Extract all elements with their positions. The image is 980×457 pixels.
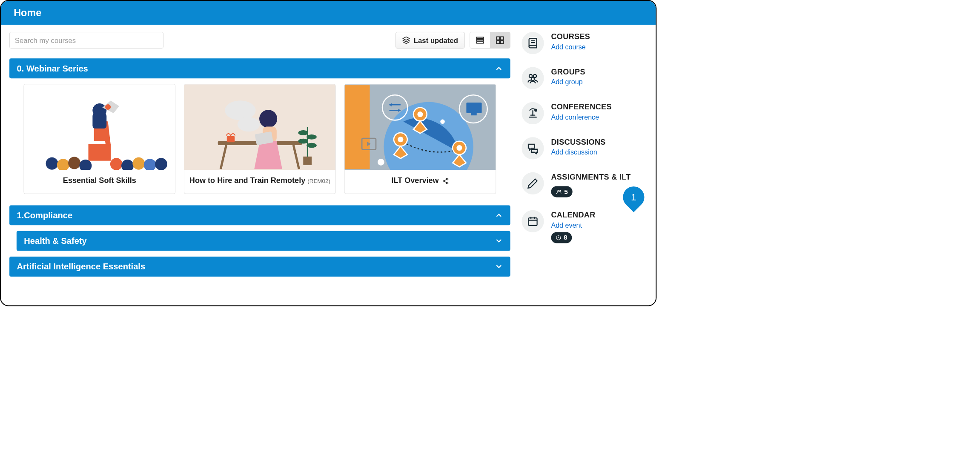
category-bar-ai-essentials[interactable]: Artificial Intelligence Essentials xyxy=(9,257,510,277)
view-toggle xyxy=(470,32,510,49)
svg-line-57 xyxy=(444,181,447,183)
svg-point-60 xyxy=(529,74,532,77)
chevron-up-icon xyxy=(495,64,503,72)
add-discussion-link[interactable]: Add discussion xyxy=(551,148,605,156)
svg-point-51 xyxy=(378,159,384,166)
chevron-down-icon xyxy=(495,237,503,245)
svg-point-21 xyxy=(225,100,255,120)
svg-line-24 xyxy=(221,145,226,169)
add-course-link[interactable]: Add course xyxy=(551,43,590,51)
layers-icon xyxy=(402,36,410,44)
body-area: Last updated 0. W xyxy=(1,25,656,291)
svg-line-25 xyxy=(293,145,299,169)
svg-point-67 xyxy=(557,190,559,191)
course-card-ilt-overview[interactable]: ILT Overview xyxy=(344,84,496,194)
svg-rect-5 xyxy=(500,37,503,40)
svg-point-62 xyxy=(531,77,534,80)
add-conference-link[interactable]: Add conference xyxy=(551,113,611,121)
category-bar-health-safety[interactable]: Health & Safety xyxy=(17,231,510,251)
svg-point-19 xyxy=(144,159,156,170)
sidebar-item-groups: GROUPS Add group xyxy=(522,67,647,89)
svg-point-14 xyxy=(68,157,80,169)
page-title: Home xyxy=(14,7,41,18)
sidebar-column: COURSES Add course GROUPS Add group xyxy=(522,32,647,282)
sidebar-title: COURSES xyxy=(551,32,590,41)
svg-rect-7 xyxy=(500,40,503,43)
svg-rect-69 xyxy=(529,218,537,226)
category-bar-compliance[interactable]: 1.Compliance xyxy=(9,205,510,225)
svg-point-18 xyxy=(132,157,145,170)
svg-point-52 xyxy=(440,119,445,124)
svg-point-31 xyxy=(298,130,308,135)
category-title: 0. Webinar Series xyxy=(17,63,88,73)
svg-rect-4 xyxy=(496,37,499,40)
sidebar-item-assignments-ilt: ASSIGNMENTS & ILT 5 1 xyxy=(522,172,647,197)
svg-point-55 xyxy=(446,182,448,184)
svg-point-49 xyxy=(398,137,403,142)
svg-point-33 xyxy=(298,139,308,144)
svg-rect-3 xyxy=(477,42,484,43)
svg-point-32 xyxy=(307,134,317,140)
add-event-link[interactable]: Add event xyxy=(551,221,595,229)
sidebar-item-conferences: CONFERENCES Add conference xyxy=(522,102,647,124)
svg-rect-10 xyxy=(92,113,106,129)
category-title: Artificial Intelligence Essentials xyxy=(17,262,146,271)
svg-rect-45 xyxy=(471,113,477,115)
sort-label: Last updated xyxy=(414,36,458,44)
share-icon xyxy=(442,177,449,184)
svg-rect-6 xyxy=(496,40,499,43)
svg-rect-35 xyxy=(303,157,312,165)
svg-point-63 xyxy=(535,109,537,111)
svg-point-38 xyxy=(382,95,407,120)
svg-point-61 xyxy=(533,74,536,77)
sidebar-item-calendar: CALENDAR Add event 8 xyxy=(522,210,647,243)
svg-rect-1 xyxy=(477,37,484,39)
sidebar-item-courses: COURSES Add course xyxy=(522,32,647,54)
chevron-down-icon xyxy=(495,263,503,271)
chevron-up-icon xyxy=(495,211,503,219)
svg-rect-29 xyxy=(227,136,235,142)
sort-button[interactable]: Last updated xyxy=(396,32,465,49)
sidebar-title: CONFERENCES xyxy=(551,103,611,111)
svg-point-34 xyxy=(307,143,317,148)
toolbar-row: Last updated xyxy=(9,32,510,49)
svg-point-26 xyxy=(259,110,277,128)
svg-point-15 xyxy=(79,160,92,170)
sidebar-item-discussions: DISCUSSIONS Add discussion xyxy=(522,137,647,159)
course-card-hire-train-remotely[interactable]: How to Hire and Train Remotely (REM02) xyxy=(184,84,335,194)
svg-marker-42 xyxy=(398,109,401,112)
book-icon xyxy=(522,32,544,54)
svg-point-11 xyxy=(105,104,111,110)
svg-point-68 xyxy=(559,190,561,191)
svg-line-56 xyxy=(444,180,447,181)
svg-rect-44 xyxy=(466,103,481,113)
svg-rect-8 xyxy=(89,144,111,160)
clock-small-icon xyxy=(556,235,561,240)
sidebar-title: CALENDAR xyxy=(551,211,595,220)
grid-view-button[interactable] xyxy=(490,32,510,49)
svg-point-12 xyxy=(46,157,58,170)
sidebar-title: ASSIGNMENTS & ILT xyxy=(551,173,630,182)
svg-point-54 xyxy=(443,180,444,182)
svg-point-17 xyxy=(121,160,134,170)
sidebar-title: GROUPS xyxy=(551,68,585,77)
grid-icon xyxy=(496,36,504,45)
svg-point-20 xyxy=(155,158,167,170)
svg-point-53 xyxy=(446,178,448,180)
list-view-button[interactable] xyxy=(470,32,490,49)
category-bar-webinar-series[interactable]: 0. Webinar Series xyxy=(9,58,510,78)
calendar-count-badge: 8 xyxy=(551,232,572,243)
list-icon xyxy=(476,36,484,45)
main-column: Last updated 0. W xyxy=(9,32,510,282)
podium-icon xyxy=(522,102,544,124)
course-card-essential-soft-skills[interactable]: Essential Soft Skills xyxy=(24,84,175,194)
pencil-icon xyxy=(522,172,544,194)
search-input[interactable] xyxy=(9,32,163,49)
svg-rect-36 xyxy=(344,85,370,169)
course-title: How to Hire and Train Remotely (REM02) xyxy=(184,170,335,194)
chat-icon xyxy=(522,137,544,159)
course-title: Essential Soft Skills xyxy=(24,170,175,194)
svg-point-48 xyxy=(417,111,423,117)
add-group-link[interactable]: Add group xyxy=(551,78,585,86)
svg-marker-0 xyxy=(403,37,410,40)
